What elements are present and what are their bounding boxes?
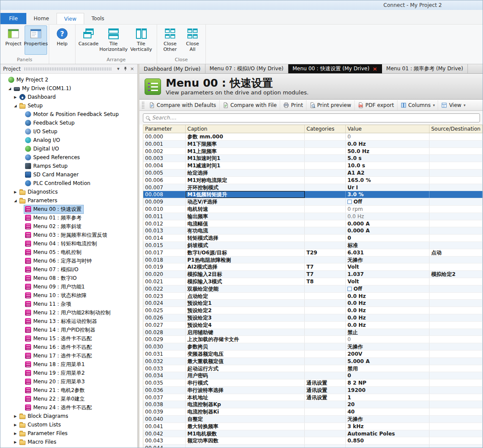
parameter-row[interactable]: 00.005给定选择A1 A2	[143, 169, 483, 177]
tree-item-motor-position-feedback-setup[interactable]: Motor & Position Feedback Setup	[0, 110, 137, 119]
tree-item-menu-19-2[interactable]: Menu 19 : 应用菜单2	[0, 369, 137, 377]
value-cell[interactable]: Automatic Poles	[346, 430, 429, 437]
parameter-row[interactable]: 00.044	[143, 445, 483, 448]
value-cell[interactable]: 0.0 Hz	[346, 314, 429, 321]
view-button[interactable]: View▾	[438, 100, 468, 110]
value-cell[interactable]: 8 2 NP	[346, 379, 429, 386]
value-cell[interactable]: 10.0 s	[346, 162, 429, 169]
value-cell[interactable]: 3.0 %	[346, 191, 429, 198]
tree-item-setup[interactable]: ◢Setup	[0, 101, 137, 110]
column-header-parameter[interactable]: Parameter	[143, 125, 186, 133]
tree-item-my-project-2[interactable]: My Project 2	[0, 75, 137, 84]
print-button[interactable]: Print	[280, 100, 306, 110]
value-cell[interactable]: 禁用	[346, 365, 429, 372]
panel-menu-dropdown-icon[interactable]: ▾	[115, 66, 122, 72]
value-cell[interactable]: 0	[346, 133, 429, 140]
value-cell[interactable]: 19200	[346, 387, 429, 394]
value-cell[interactable]: 0.850	[346, 437, 429, 444]
tree-item-custom-lists[interactable]: ▶Custom Lists	[0, 420, 137, 429]
parameter-row[interactable]: 00.019AI2模式选择T7Volt	[143, 263, 483, 271]
value-cell[interactable]: 0 rpm	[346, 206, 429, 213]
parameter-row[interactable]: 00.006M1对称电流限定165.0 %	[143, 177, 483, 184]
tree-item-ramps-setup[interactable]: Ramps Setup	[0, 162, 137, 170]
tree-expander-icon[interactable]: ▶	[13, 423, 18, 427]
value-cell[interactable]: 165.0 %	[346, 177, 429, 184]
parameter-row[interactable]: 00.013有功电流0.000 A	[143, 227, 483, 235]
parameter-row[interactable]: 00.040自整定无操作	[143, 416, 483, 423]
value-cell[interactable]: 0.0 Hz	[346, 293, 429, 300]
parameter-row[interactable]: 00.004M1减速时间110.0 s	[143, 162, 483, 169]
tree-item-i-o-setup[interactable]: I/O Setup	[0, 127, 137, 136]
value-cell[interactable]: 0	[346, 336, 429, 343]
compare-with-defaults-button[interactable]: Compare with Defaults	[146, 100, 219, 110]
parameter-row[interactable]: 00.034用户密码0	[143, 372, 483, 379]
tree-expander-icon[interactable]: ▶	[13, 432, 18, 435]
value-cell[interactable]: Volt	[346, 263, 429, 270]
parameter-row[interactable]: 00.041最大转换频率3 kHz	[143, 423, 483, 430]
parameter-row[interactable]: 00.021模拟输入3模式T8Volt	[143, 278, 483, 285]
parameter-row[interactable]: 00.009动态V/F选择Off	[143, 198, 483, 206]
parameter-row[interactable]: 00.024预设给定10.0 Hz	[143, 300, 483, 307]
parameter-row[interactable]: 00.018P1热电阻故障检测无操作	[143, 257, 483, 264]
tree-item-analog-i-o[interactable]: Analog I/O	[0, 136, 137, 144]
tree-item-menu-13[interactable]: Menu 13 : 标准运动控制器	[0, 317, 137, 326]
value-cell[interactable]: 0.0 Hz	[346, 322, 429, 329]
value-cell[interactable]: 1.037	[346, 271, 429, 278]
tree-item-menu-06[interactable]: Menu 06 : 定序器与时钟	[0, 257, 137, 265]
tree-item-menu-05[interactable]: Menu 05 : 电机控制	[0, 248, 137, 257]
tree-item-diagnostics[interactable]: ▶Diagnostics	[0, 188, 137, 196]
parameter-row[interactable]: 00.025预设给定20.0 Hz	[143, 307, 483, 314]
parameter-row[interactable]: 00.002M1上限频率50.0 Hz	[143, 148, 483, 155]
parameter-row[interactable]: 00.039电流控制器Ki40	[143, 408, 483, 416]
value-cell[interactable]: 40	[346, 408, 429, 415]
tree-item-menu-22-0[interactable]: Menu 22 : 菜单0建立	[0, 395, 137, 403]
parameter-row[interactable]: 00.032最大重载额定值5.000 A	[143, 358, 483, 365]
document-tab-menu-01-my-drive[interactable]: Menu 01 : 频率参考 (My Drive)	[382, 64, 468, 73]
tree-item-dashboard[interactable]: ▶Dashboard	[0, 93, 137, 101]
tree-item-menu-21-2[interactable]: Menu 21 : 电机2参数	[0, 386, 137, 395]
tree-item-block-diagrams[interactable]: ▶Block Diagrams	[0, 412, 137, 420]
document-tab-dashboard-my-drive[interactable]: Dashboard (My Drive)	[139, 64, 205, 73]
parameter-row[interactable]: 00.001M1下限频率0.0 Hz	[143, 141, 483, 148]
tree-item-menu-04[interactable]: Menu 04 : 转矩和电流控制	[0, 239, 137, 248]
value-cell[interactable]: 1	[346, 394, 429, 401]
value-cell[interactable]: 0.0 Hz	[346, 141, 429, 147]
column-header-source-destination[interactable]: Source/Destination	[429, 125, 483, 133]
tree-expander-icon[interactable]: ◢	[7, 87, 13, 91]
parameter-row[interactable]: 00.007开环控制模式Ur I	[143, 184, 483, 191]
cascade-button[interactable]: Cascade	[77, 25, 100, 55]
help-button[interactable]: ?Help	[51, 25, 73, 55]
panel-close-icon[interactable]: ×	[129, 66, 136, 72]
value-cell[interactable]: 无操作	[346, 416, 429, 423]
ribbon-tab-home[interactable]: Home	[26, 13, 56, 24]
tree-item-menu-10[interactable]: Menu 10 : 状态和故障	[0, 291, 137, 300]
parameter-row[interactable]: 00.042M1电机极数Automatic Poles	[143, 430, 483, 438]
value-cell[interactable]: 200V	[346, 351, 429, 357]
tree-item-sd-card-manager[interactable]: SD Card Manager	[0, 170, 137, 179]
properties-button[interactable]: Properties	[25, 25, 47, 55]
tree-expander-icon[interactable]: ▶	[13, 440, 18, 444]
tab-close-icon[interactable]: ×	[373, 66, 377, 72]
column-header-value[interactable]: Value	[346, 125, 429, 133]
value-cell[interactable]	[346, 445, 429, 448]
print-preview-button[interactable]: Print preview	[306, 100, 354, 110]
value-cell[interactable]: Volt	[346, 278, 429, 285]
tree-item-digital-i-o[interactable]: Digital I/O	[0, 144, 137, 153]
value-cell[interactable]: 3 kHz	[346, 423, 429, 430]
tree-item-menu-12-2[interactable]: Menu 12 : 用户功能2和制动控制	[0, 308, 137, 317]
value-cell[interactable]: A1 A2	[346, 169, 429, 176]
parameter-row[interactable]: 00.026预设给定30.0 Hz	[143, 314, 483, 322]
tree-item-menu-24[interactable]: Menu 24 : 选件卡不匹配	[0, 403, 137, 412]
parameter-row[interactable]: 00.017数字I/O6源/目标T296.031点动	[143, 249, 483, 257]
value-cell[interactable]: 0.000 A	[346, 220, 429, 227]
tree-item-menu-16[interactable]: Menu 16 : 选件卡不匹配	[0, 343, 137, 351]
value-cell[interactable]: 0.000 A	[346, 227, 429, 234]
pdf-export-button[interactable]: PDFPDF export	[354, 100, 397, 110]
parameter-row[interactable]: 00.023点动给定0.0 Hz	[143, 293, 483, 300]
parameter-row[interactable]: 00.030参数拷贝无操作	[143, 343, 483, 351]
pin-icon[interactable]	[122, 66, 129, 72]
tree-item-macro-files[interactable]: ▶Macro Files	[0, 438, 137, 446]
ribbon-tab-tools[interactable]: Tools	[84, 13, 112, 24]
search-box[interactable]	[143, 113, 480, 122]
column-header-categories[interactable]: Categories	[305, 125, 346, 133]
